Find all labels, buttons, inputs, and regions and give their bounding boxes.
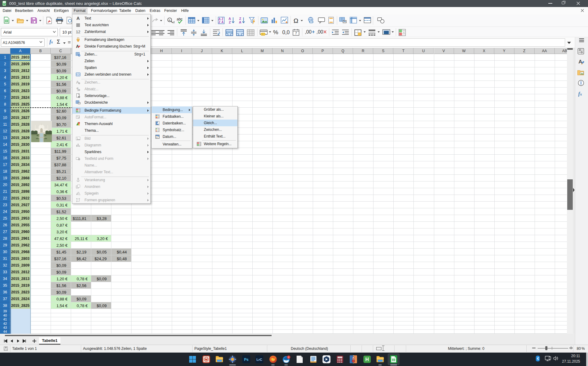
svg-text:12: 12 [76,30,80,34]
svg-text:Z: Z [239,17,241,20]
svg-text:A: A [218,17,221,21]
svg-text:¶: ¶ [76,87,79,92]
svg-text:LrC: LrC [257,358,262,361]
svg-text:7: 7 [295,31,297,35]
svg-text:d: d [173,21,175,24]
svg-text:1: 1 [288,356,290,359]
svg-text:Ps: Ps [244,357,249,362]
svg-text:Z: Z [222,17,223,21]
svg-text:A: A [221,20,223,24]
svg-text:A: A [77,16,80,21]
svg-text:Z: Z [229,20,231,24]
svg-text:A: A [239,20,241,24]
svg-text:H: H [365,357,369,362]
svg-text:Z: Z [218,20,220,24]
svg-text:A: A [229,17,231,20]
svg-text:a: a [169,19,170,22]
